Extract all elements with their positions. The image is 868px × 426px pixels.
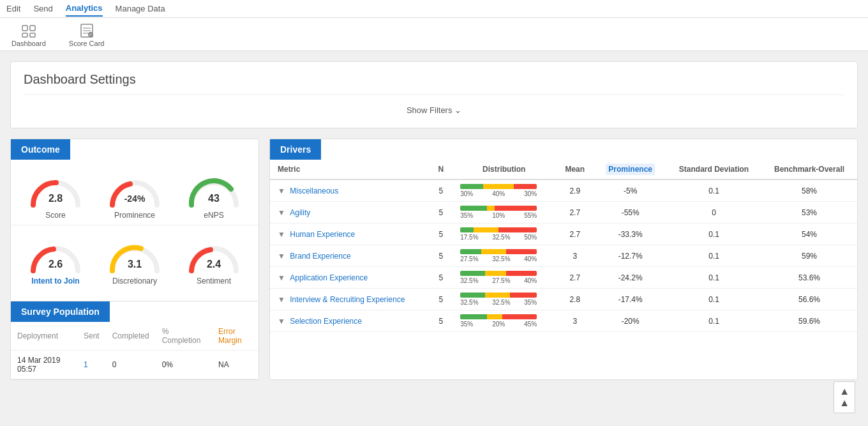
mean-cell: 2.7 <box>555 224 594 245</box>
metric-link[interactable]: Brand Experience <box>290 252 350 261</box>
svg-text:2.4: 2.4 <box>207 259 221 270</box>
distribution-bar <box>460 249 537 254</box>
col-prominence: Prominence <box>594 160 666 179</box>
benchmark-cell: 59.6% <box>761 310 857 332</box>
score-gauge-svg: 2.8 <box>27 170 84 208</box>
mean-cell: 2.9 <box>555 179 594 202</box>
survey-population-header: Survey Population <box>11 301 110 322</box>
nav-send[interactable]: Send <box>33 1 52 16</box>
drivers-row: ▼ Application Experience532.5%27.5%40%2.… <box>270 267 857 289</box>
row-chevron[interactable]: ▼ <box>278 273 287 282</box>
distribution-cell: 32.5%32.5%35% <box>453 289 555 310</box>
bottom-gauges-row: 2.6 Intent to Join 3.1 Discretionary <box>11 225 258 291</box>
top-navigation: Edit Send Analytics Manage Data <box>0 0 868 18</box>
drivers-header: Drivers <box>270 139 321 160</box>
prominence-cell: -12.7% <box>594 245 666 267</box>
show-filters-button[interactable]: Show Filters ⌄ <box>24 103 844 118</box>
col-benchmark: Benchmark-Overall <box>761 160 857 179</box>
row-chevron[interactable]: ▼ <box>278 252 287 261</box>
scroll-up-button[interactable]: ▲▲ <box>834 381 855 390</box>
dashboard-toolbar-item[interactable]: Dashboard <box>6 19 51 50</box>
prominence-cell: -17.4% <box>594 289 666 310</box>
dashboard-settings-panel: Dashboard Settings Show Filters ⌄ <box>10 61 858 128</box>
metric-link[interactable]: Human Experience <box>290 230 355 239</box>
survey-sent[interactable]: 1 <box>77 351 106 379</box>
score-label: Score <box>45 211 65 220</box>
metric-link[interactable]: Interview & Recruiting Experience <box>290 295 405 304</box>
n-cell: 5 <box>430 202 453 224</box>
n-cell: 5 <box>430 289 453 310</box>
discretionary-gauge: 3.1 Discretionary <box>100 236 170 285</box>
row-chevron[interactable]: ▼ <box>278 295 287 304</box>
main-content: Dashboard Settings Show Filters ⌄ Outcom… <box>0 51 868 390</box>
outcome-panel: Outcome 2.8 Score <box>10 139 259 380</box>
nav-manage-data[interactable]: Manage Data <box>116 1 165 16</box>
drivers-row: ▼ Human Experience517.5%32.5%50%2.7-33.3… <box>270 224 857 245</box>
distribution-labels: 27.5%32.5%40% <box>460 255 537 262</box>
mean-cell: 3 <box>555 245 594 267</box>
top-gauges-row: 2.8 Score -24% Prominence <box>11 160 258 225</box>
col-std-dev: Standard Deviation <box>666 160 761 179</box>
svg-rect-0 <box>22 26 27 31</box>
col-mean: Mean <box>555 160 594 179</box>
svg-text:-24%: -24% <box>124 194 146 204</box>
survey-error: NA <box>212 351 258 379</box>
metric-link[interactable]: Miscellaneous <box>290 186 338 195</box>
benchmark-cell: 56.6% <box>761 289 857 310</box>
metric-link[interactable]: Application Experience <box>290 273 368 282</box>
content-row: Outcome 2.8 Score <box>10 139 858 380</box>
drivers-row: ▼ Agility535%10%55%2.7-55%053% <box>270 202 857 224</box>
drivers-row: ▼ Brand Experience527.5%32.5%40%3-12.7%0… <box>270 245 857 267</box>
scorecard-toolbar-item[interactable]: Score Card <box>64 19 110 50</box>
std-dev-cell: 0.1 <box>666 179 761 202</box>
std-dev-cell: 0.1 <box>666 310 761 332</box>
std-dev-cell: 0.1 <box>666 224 761 245</box>
n-cell: 5 <box>430 179 453 202</box>
dashboard-label: Dashboard <box>11 40 46 47</box>
row-chevron[interactable]: ▼ <box>278 186 287 195</box>
distribution-labels: 17.5%32.5%50% <box>460 234 537 241</box>
intent-gauge-svg: 2.6 <box>27 236 84 274</box>
nav-analytics[interactable]: Analytics <box>66 1 103 17</box>
std-dev-cell: 0 <box>666 202 761 224</box>
prominence-cell: -24.2% <box>594 267 666 289</box>
svg-point-8 <box>88 32 93 37</box>
svg-text:3.1: 3.1 <box>128 259 142 270</box>
nav-edit[interactable]: Edit <box>6 1 20 16</box>
mean-cell: 2.8 <box>555 289 594 310</box>
intent-gauge: 2.6 Intent to Join <box>20 236 91 285</box>
outcome-header: Outcome <box>11 139 70 160</box>
survey-row: 14 Mar 2019 05:57 1 0 0% NA <box>11 351 258 379</box>
distribution-labels: 35%10%55% <box>460 212 537 219</box>
benchmark-cell: 58% <box>761 179 857 202</box>
sentiment-gauge-svg: 2.4 <box>185 236 243 274</box>
metric-link[interactable]: Agility <box>290 208 310 217</box>
std-dev-cell: 0.1 <box>666 267 761 289</box>
distribution-cell: 35%10%55% <box>453 202 555 224</box>
col-metric: Metric <box>270 160 430 179</box>
col-deployment: Deployment <box>11 322 77 351</box>
row-chevron[interactable]: ▼ <box>278 230 287 239</box>
sentiment-label: Sentiment <box>197 277 231 285</box>
svg-rect-2 <box>22 33 27 37</box>
enps-gauge: 43 eNPS <box>179 170 249 220</box>
prominence-gauge: -24% Prominence <box>100 170 170 220</box>
svg-rect-1 <box>30 26 35 31</box>
n-cell: 5 <box>430 310 453 332</box>
col-sent: Sent <box>77 322 106 351</box>
metric-name-cell: ▼ Agility <box>270 202 430 224</box>
row-chevron[interactable]: ▼ <box>278 317 287 326</box>
metric-name-cell: ▼ Application Experience <box>270 267 430 289</box>
benchmark-cell: 53% <box>761 202 857 224</box>
col-completed: Completed <box>106 322 156 351</box>
prominence-cell: -55% <box>594 202 666 224</box>
metric-link[interactable]: Selection Experience <box>290 317 362 326</box>
distribution-cell: 17.5%32.5%50% <box>453 224 555 245</box>
row-chevron[interactable]: ▼ <box>278 208 287 217</box>
metric-name-cell: ▼ Miscellaneous <box>270 179 430 202</box>
n-cell: 5 <box>430 245 453 267</box>
col-n: N <box>430 160 453 179</box>
dashboard-icon <box>20 22 38 40</box>
distribution-cell: 35%20%45% <box>453 310 555 332</box>
distribution-cell: 27.5%32.5%40% <box>453 245 555 267</box>
